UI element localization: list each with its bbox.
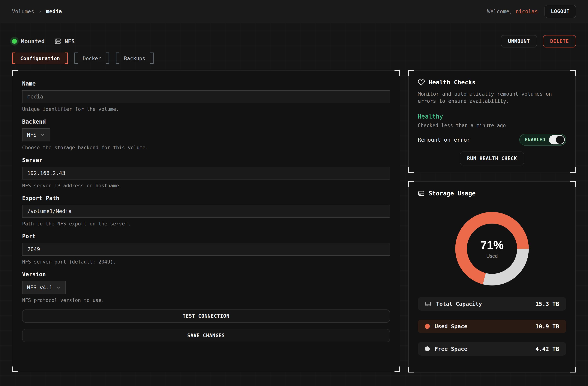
corner-bracket-icon <box>12 366 18 372</box>
corner-bracket-icon <box>408 70 414 76</box>
storage-usage-card: Storage Usage 71% Used <box>408 181 576 372</box>
username: nicolas <box>516 8 538 15</box>
corner-bracket-icon <box>570 181 576 187</box>
mounted-status-dot <box>12 39 17 44</box>
mount-status: Mounted <box>12 38 45 45</box>
mount-status-label: Mounted <box>21 38 45 45</box>
health-checks-description: Monitor and automatically remount volume… <box>418 90 566 105</box>
version-select-value: NFS v4.1 <box>27 284 52 291</box>
version-help: NFS protocol version to use. <box>22 298 390 303</box>
port-label: Port <box>22 233 390 239</box>
delete-button[interactable]: DELETE <box>543 35 576 47</box>
backend-badge-label: NFS <box>64 38 75 45</box>
version-label: Version <box>22 271 390 278</box>
tab-configuration[interactable]: Configuration <box>12 53 68 64</box>
unmount-button[interactable]: UNMOUNT <box>501 35 537 47</box>
backend-badge: NFS <box>54 38 75 45</box>
breadcrumb: Volumes › media <box>12 8 62 15</box>
version-field-group: Version NFS v4.1 NFS protocol version to… <box>22 271 390 303</box>
corner-bracket-icon <box>395 366 400 372</box>
toggle-switch-icon <box>549 135 565 144</box>
backend-label: Backend <box>22 118 390 125</box>
remount-toggle-label: ENABLED <box>525 137 545 142</box>
used-percent-label: 71% <box>480 238 504 252</box>
breadcrumb-separator-icon: › <box>39 9 42 14</box>
corner-bracket-icon <box>408 181 414 187</box>
storage-usage-title-row: Storage Usage <box>418 190 566 197</box>
corner-bracket-icon <box>570 167 576 173</box>
volume-detail-page: Volumes › media Welcome, nicolas LOGOUT … <box>0 0 588 386</box>
chevron-down-icon <box>40 132 45 137</box>
free-space-label: Free Space <box>435 346 467 352</box>
corner-bracket-icon <box>12 70 18 76</box>
total-capacity-value: 15.3 TB <box>536 301 559 307</box>
port-help: NFS server port (default: 2049). <box>22 259 390 265</box>
corner-bracket-icon <box>570 70 576 76</box>
bracket-icon <box>74 53 78 64</box>
used-space-label: Used Space <box>435 323 467 330</box>
tab-docker[interactable]: Docker <box>74 53 109 64</box>
health-checks-title: Health Checks <box>429 79 476 86</box>
corner-bracket-icon <box>570 367 576 372</box>
bracket-icon <box>12 53 15 64</box>
health-last-checked: Checked less than a minute ago <box>418 123 566 128</box>
bracket-icon <box>116 53 119 64</box>
storage-usage-title: Storage Usage <box>429 190 476 197</box>
chevron-down-icon <box>56 285 61 290</box>
server-input[interactable] <box>22 167 390 179</box>
version-select[interactable]: NFS v4.1 <box>22 281 66 294</box>
used-space-row: Used Space 10.9 TB <box>418 320 566 333</box>
free-space-dot-icon <box>425 346 430 351</box>
bracket-icon <box>150 53 154 64</box>
welcome-prefix: Welcome, <box>487 8 516 15</box>
bracket-icon <box>65 53 68 64</box>
health-checks-title-row: Health Checks <box>418 79 566 86</box>
server-label: Server <box>22 157 390 163</box>
free-space-value: 4.42 TB <box>536 346 559 352</box>
test-connection-button[interactable]: TEST CONNECTION <box>22 309 390 322</box>
logout-button[interactable]: LOGOUT <box>545 5 576 18</box>
used-space-value: 10.9 TB <box>536 323 559 330</box>
used-sublabel: Used <box>486 253 498 259</box>
health-status-text: Healthy <box>418 113 566 120</box>
port-input[interactable] <box>22 243 390 256</box>
run-health-check-button[interactable]: RUN HEALTH CHECK <box>460 151 524 165</box>
server-icon <box>54 38 61 45</box>
bracket-icon <box>106 53 109 64</box>
backend-field-group: Backend NFS Choose the storage backend f… <box>22 118 390 150</box>
name-input[interactable] <box>22 90 390 103</box>
export-path-input[interactable] <box>22 205 390 217</box>
save-changes-button[interactable]: SAVE CHANGES <box>22 329 390 342</box>
backend-select[interactable]: NFS <box>22 128 50 141</box>
total-capacity-label: Total Capacity <box>436 301 482 307</box>
backend-help: Choose the storage backend for this volu… <box>22 145 390 150</box>
corner-bracket-icon <box>408 167 414 173</box>
remount-on-error-label: Remount on error <box>418 137 470 143</box>
server-help: NFS server IP address or hostname. <box>22 183 390 189</box>
free-space-row: Free Space 4.42 TB <box>418 342 566 356</box>
topbar: Volumes › media Welcome, nicolas LOGOUT <box>0 0 588 23</box>
tab-backups-label: Backups <box>124 56 145 61</box>
export-path-help: Path to the NFS export on the server. <box>22 221 390 227</box>
name-field-group: Name Unique identifier for the volume. <box>22 80 390 112</box>
tabs: Configuration Docker Backups <box>12 53 576 64</box>
corner-bracket-icon <box>408 367 414 372</box>
remount-toggle[interactable]: ENABLED <box>519 134 566 146</box>
name-help: Unique identifier for the volume. <box>22 106 390 112</box>
used-space-dot-icon <box>425 324 430 329</box>
corner-bracket-icon <box>395 70 400 76</box>
total-capacity-row: Total Capacity 15.3 TB <box>418 297 566 311</box>
drive-icon <box>418 190 425 197</box>
tab-backups[interactable]: Backups <box>116 53 154 64</box>
storage-donut-center: 71% Used <box>467 224 517 274</box>
server-field-group: Server NFS server IP address or hostname… <box>22 157 390 189</box>
topbar-right: Welcome, nicolas LOGOUT <box>487 5 576 18</box>
remount-on-error-row: Remount on error ENABLED <box>418 134 566 146</box>
storage-legend: Total Capacity 15.3 TB Used Space 10.9 T… <box>418 297 566 356</box>
heart-icon <box>418 79 425 86</box>
breadcrumb-current: media <box>46 8 62 15</box>
status-row: Mounted NFS UNMOUNT DELET <box>12 36 576 47</box>
name-label: Name <box>22 80 390 87</box>
port-field-group: Port NFS server port (default: 2049). <box>22 233 390 265</box>
breadcrumb-volumes-link[interactable]: Volumes <box>12 8 34 15</box>
